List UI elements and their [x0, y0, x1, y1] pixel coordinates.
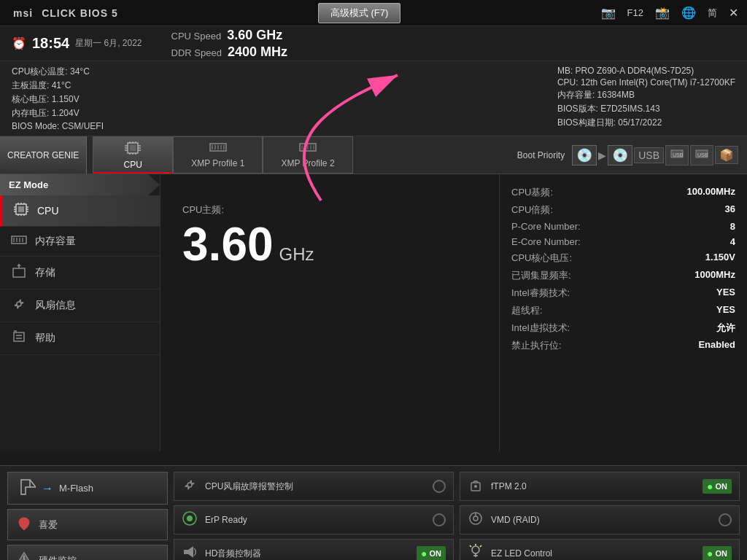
boot-device-usb2[interactable]: USB	[665, 145, 689, 166]
hd-audio-feature[interactable]: HD音频控制器 ● ON	[174, 539, 454, 560]
cpu-freq-label: CPU主频:	[182, 203, 484, 217]
ez-led-toggle[interactable]: ● ON	[703, 546, 732, 560]
svg-rect-53	[14, 332, 24, 341]
cpu-fan-label: CPU风扇故障报警控制	[205, 481, 427, 493]
boot-device-optical[interactable]: 💿	[608, 145, 632, 166]
ez-led-feature[interactable]: EZ LED Control ● ON	[460, 539, 740, 560]
spec-row-3: E-Core Number: 4	[511, 236, 735, 247]
boot-device-network[interactable]: 📦	[715, 146, 738, 164]
svg-marker-51	[17, 264, 21, 266]
erp-radio[interactable]	[433, 513, 446, 526]
svg-point-52	[17, 302, 21, 306]
svg-rect-17	[217, 145, 219, 149]
spec-value-3: 4	[730, 236, 735, 247]
time-display: 18:54	[32, 35, 69, 52]
ez-led-on-badge[interactable]: ● ON	[703, 546, 732, 560]
svg-rect-21	[301, 145, 303, 149]
svg-text:USB: USB	[673, 152, 684, 158]
ftpm-feature[interactable]: fTPM 2.0 ● ON	[460, 472, 740, 501]
spec-row-5: 已调集显频率: 1000MHz	[511, 269, 735, 282]
ez-led-icon	[468, 544, 485, 560]
favorites-button[interactable]: 喜爱	[7, 509, 168, 540]
screenshot-icon[interactable]: 📷	[601, 6, 616, 20]
close-icon[interactable]: ✕	[729, 6, 738, 20]
logo-text: msi	[13, 7, 33, 19]
spec-row-4: CPU核心电压: 1.150V	[511, 252, 735, 265]
vmd-radio[interactable]	[719, 513, 732, 526]
tab-xmp2[interactable]: XMP Profile 2	[263, 136, 352, 174]
cpu-fan-icon	[182, 477, 199, 496]
monitor-label: 硬件监控	[39, 554, 77, 561]
erp-feature[interactable]: ErP Ready	[174, 505, 454, 534]
monitor-button[interactable]: 硬件监控	[7, 545, 168, 560]
mb-temp: 主板温度: 41°C	[12, 79, 104, 92]
fan-sidebar-icon	[10, 297, 28, 314]
tab-cpu[interactable]: CPU	[93, 136, 173, 174]
advanced-mode-button[interactable]: 高级模式 (F7)	[318, 3, 400, 23]
sidebar-item-storage[interactable]: 存储	[0, 257, 160, 289]
ftpm-on-dot: ●	[707, 481, 713, 492]
boot-device-usb3[interactable]: USB	[690, 145, 713, 166]
ftpm-on-badge[interactable]: ● ON	[703, 479, 732, 494]
sidebar-item-cpu[interactable]: CPU	[0, 195, 160, 227]
svg-rect-25	[313, 145, 314, 149]
sidebar-help-label: 帮助	[35, 332, 55, 345]
bottom-section: → M-Flash 喜爱 硬件监控 CPU风扇故障报警控制	[0, 465, 747, 560]
xmp1-tab-label: XMP Profile 1	[191, 158, 244, 168]
bottom-middle-features: CPU风扇故障报警控制 ErP Ready HD音频控制器 ● ON	[174, 472, 454, 560]
mb-info: MB: PRO Z690-A DDR4(MS-7D25)	[557, 66, 735, 76]
spec-value-9: Enabled	[698, 339, 735, 352]
sidebar-item-help[interactable]: 帮助	[0, 322, 160, 355]
svg-rect-1	[130, 145, 136, 151]
spec-value-8: 允许	[716, 322, 735, 335]
cpu-fan-radio[interactable]	[433, 480, 446, 493]
svg-line-76	[480, 545, 481, 547]
ftpm-toggle[interactable]: ● ON	[703, 479, 732, 494]
hd-audio-toggle[interactable]: ● ON	[417, 546, 446, 560]
vmd-feature[interactable]: VMD (RAID)	[460, 505, 740, 534]
spec-label-2: P-Core Number:	[511, 221, 581, 232]
spec-label-7: 超线程:	[511, 304, 543, 317]
tab-xmp1[interactable]: XMP Profile 1	[173, 136, 263, 174]
cpu-fan-feature[interactable]: CPU风扇故障报警控制	[174, 472, 454, 501]
sidebar-item-fan[interactable]: 风扇信息	[0, 289, 160, 322]
erp-toggle[interactable]	[433, 513, 446, 526]
top-bar: msi CLICK BIOS 5 高级模式 (F7) 📷 F12 📸 🌐 简 ✕	[0, 0, 747, 26]
svg-line-75	[470, 545, 471, 547]
boot-device-hdd[interactable]: 💿	[572, 145, 597, 166]
vmd-icon	[468, 510, 485, 529]
svg-rect-31	[18, 206, 24, 212]
spec-value-4: 1.150V	[705, 252, 735, 265]
ftpm-on-text: ON	[716, 482, 728, 491]
bios-date: BIOS构建日期: 05/17/2022	[557, 117, 735, 129]
spec-row-9: 禁止执行位: Enabled	[511, 339, 735, 352]
hd-audio-on-badge[interactable]: ● ON	[417, 546, 446, 560]
svg-point-69	[473, 516, 478, 521]
globe-icon[interactable]: 🌐	[681, 6, 696, 20]
bottom-right-features: fTPM 2.0 ● ON VMD (RAID) EZ LED Control	[460, 472, 740, 560]
cpu-freq-unit: GHz	[279, 244, 314, 265]
spec-label-4: CPU核心电压:	[511, 252, 572, 265]
hd-audio-icon	[182, 544, 199, 560]
svg-line-58	[30, 480, 36, 487]
main-panel: CPU主频: 3.60 GHz	[160, 174, 499, 451]
bios-mode: BIOS Mode: CSM/UEFI	[12, 121, 104, 131]
spec-value-5: 1000MHz	[694, 269, 735, 282]
boot-priority-label: Boot Priority	[517, 150, 565, 160]
cpu-freq-container: 3.60 GHz	[182, 221, 484, 268]
erp-label: ErP Ready	[205, 515, 427, 525]
lang-label[interactable]: 简	[708, 7, 717, 20]
vmd-toggle[interactable]	[719, 513, 732, 526]
mflash-button[interactable]: → M-Flash	[7, 472, 168, 505]
svg-marker-65	[188, 546, 193, 558]
svg-rect-16	[214, 145, 216, 149]
boot-device-usb1[interactable]: USB	[634, 147, 664, 163]
clock-icon: ⏰	[12, 36, 26, 50]
sidebar-item-memory[interactable]: 内存容量	[0, 227, 160, 257]
sidebar-memory-label: 内存容量	[35, 235, 76, 248]
cpu-freq-value: 3.60	[182, 221, 274, 268]
ez-led-label: EZ LED Control	[491, 548, 697, 559]
cpu-fan-toggle[interactable]	[433, 480, 446, 493]
creator-section: CREATOR GENIE CPU XMP Profile 1 XMP Prof…	[0, 136, 747, 174]
camera-icon[interactable]: 📸	[655, 6, 670, 20]
